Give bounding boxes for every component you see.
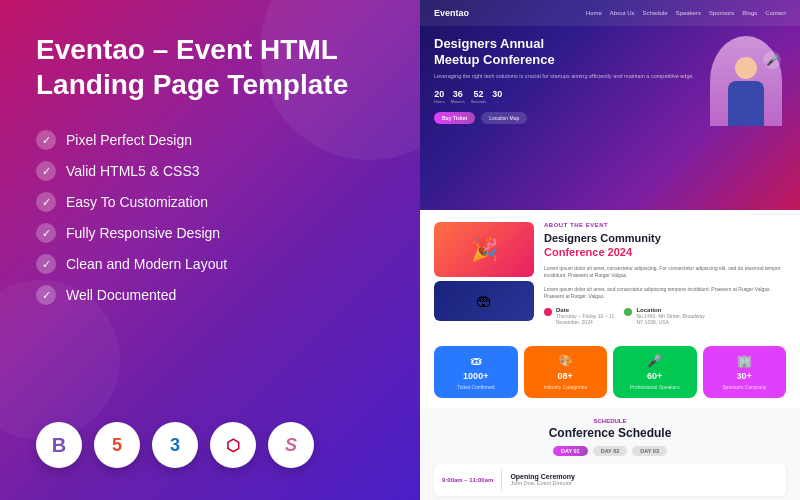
preview-hero-content: Designers Annual Meetup Conference Lever… — [420, 26, 800, 136]
schedule-event-info: Opening Ceremony John Doe, Event Directo… — [510, 473, 778, 486]
stat-label-tickets: Ticket Confirmed — [457, 384, 495, 390]
check-icon: ✓ — [36, 285, 56, 305]
feature-item: ✓ Well Documented — [36, 285, 384, 305]
about-images: 🎉 🏟 — [434, 222, 534, 334]
day-btn-3[interactable]: DAY 03 — [632, 446, 667, 456]
about-img-concert: 🎉 — [434, 222, 534, 277]
schedule-divider — [501, 470, 502, 490]
preview-nav: Eventao Home About Us Schedule Speakers … — [420, 0, 800, 26]
right-panel: Eventao Home About Us Schedule Speakers … — [420, 0, 800, 500]
nav-link-speakers: Speakers — [676, 10, 701, 16]
countdown-minutes: 36 Minutes — [451, 89, 465, 104]
countdown-label-seconds: Seconds — [471, 99, 487, 104]
preview-hero-title: Designers Annual Meetup Conference — [434, 36, 706, 67]
stat-label-sponsors: Sponsors Company — [722, 384, 766, 390]
preview-btn-location: Location Map — [481, 112, 527, 124]
feature-label: Valid HTML5 & CSS3 — [66, 163, 200, 179]
mic-decoration: 🎤 — [763, 51, 781, 69]
nav-link-about: About Us — [610, 10, 635, 16]
stat-sponsors: 🏢 30+ Sponsors Company — [703, 346, 787, 398]
speaker-body — [728, 81, 764, 126]
nav-link-blogs: Blogs — [742, 10, 757, 16]
day-btn-2[interactable]: DAY 02 — [593, 446, 628, 456]
feature-item: ✓ Clean and Modern Layout — [36, 254, 384, 274]
stat-label-categories: Industry Categories — [544, 384, 587, 390]
stat-categories: 🎨 08+ Industry Categories — [524, 346, 608, 398]
feature-label: Clean and Modern Layout — [66, 256, 227, 272]
stat-num-categories: 08+ — [558, 371, 573, 381]
date-desc: Thursday – Friday 10 – 11November, 2024 — [556, 313, 614, 326]
feature-item: ✓ Easy To Customization — [36, 192, 384, 212]
tech-badge-sass: S — [268, 422, 314, 468]
left-panel: Eventao – Event HTML Landing Page Templa… — [0, 0, 420, 500]
preview-logo: Eventao — [434, 8, 469, 18]
nav-link-home: Home — [586, 10, 602, 16]
tech-badge-css3: 3 — [152, 422, 198, 468]
about-title: Designers CommunityConference 2024 — [544, 231, 786, 260]
schedule-event-name: Opening Ceremony — [510, 473, 778, 480]
schedule-speaker: John Doe, Event Director — [510, 480, 778, 486]
check-icon: ✓ — [36, 161, 56, 181]
check-icon: ✓ — [36, 192, 56, 212]
about-info-row: Date Thursday – Friday 10 – 11November, … — [544, 307, 786, 326]
preview-hero-desc: Leveraging the right tech solutions is c… — [434, 73, 706, 81]
stat-label-speakers: Professional Speakers — [630, 384, 680, 390]
preview-container: Eventao Home About Us Schedule Speakers … — [420, 0, 800, 500]
concert-icon: 🎉 — [471, 237, 498, 263]
feature-label: Fully Responsive Design — [66, 225, 220, 241]
sponsors-icon: 🏢 — [737, 354, 752, 368]
speakers-icon: 🎤 — [647, 354, 662, 368]
preview-speaker-circle — [710, 36, 782, 126]
about-content: About The Event Designers CommunityConfe… — [544, 222, 786, 334]
speaker-head — [735, 57, 757, 79]
about-title-year: Conference 2024 — [544, 246, 632, 258]
countdown-extra: 30 ... — [492, 89, 502, 104]
countdown-label-minutes: Minutes — [451, 99, 465, 104]
check-icon: ✓ — [36, 254, 56, 274]
ticket-icon: 🎟 — [470, 354, 482, 368]
schedule-label: Schedule — [434, 418, 786, 424]
countdown-num-hours: 20 — [434, 89, 445, 99]
nav-link-contact: Contact — [765, 10, 786, 16]
tech-icons-row: B53⬡S — [36, 422, 384, 468]
check-icon: ✓ — [36, 223, 56, 243]
nav-link-sponsors: Sponsors — [709, 10, 734, 16]
preview-countdown: 20 Hours 36 Minutes 52 Seconds 30 — [434, 89, 706, 104]
about-label: About The Event — [544, 222, 786, 228]
tech-badge-html5: 5 — [94, 422, 140, 468]
preview-schedule: Schedule Conference Schedule DAY 01 DAY … — [420, 408, 800, 500]
countdown-hours: 20 Hours — [434, 89, 445, 104]
feature-item: ✓ Pixel Perfect Design — [36, 130, 384, 150]
schedule-days: DAY 01 DAY 02 DAY 03 — [434, 446, 786, 456]
about-img-venue: 🏟 — [434, 281, 534, 321]
stats-row: 🎟 1000+ Ticket Confirmed 🎨 08+ Industry … — [420, 346, 800, 408]
stat-tickets: 🎟 1000+ Ticket Confirmed — [434, 346, 518, 398]
location-desc: No.1460, 4th Street, BroadwayNY 1036, US… — [636, 313, 704, 326]
feature-label: Pixel Perfect Design — [66, 132, 192, 148]
about-info-date: Date Thursday – Friday 10 – 11November, … — [544, 307, 614, 326]
countdown-num-minutes: 36 — [451, 89, 465, 99]
page-title: Eventao – Event HTML Landing Page Templa… — [36, 32, 384, 102]
tech-badge-angular: ⬡ — [210, 422, 256, 468]
countdown-label-extra: ... — [492, 99, 502, 104]
stat-num-sponsors: 30+ — [737, 371, 752, 381]
countdown-num-seconds: 52 — [471, 89, 487, 99]
date-info: Date Thursday – Friday 10 – 11November, … — [556, 307, 614, 326]
preview-about: 🎉 🏟 About The Event Designers CommunityC… — [420, 210, 800, 346]
schedule-title: Conference Schedule — [434, 426, 786, 440]
feature-label: Well Documented — [66, 287, 176, 303]
preview-hero-right: 🎤 — [706, 36, 786, 126]
feature-item: ✓ Fully Responsive Design — [36, 223, 384, 243]
nav-link-schedule: Schedule — [643, 10, 668, 16]
stat-speakers: 🎤 60+ Professional Speakers — [613, 346, 697, 398]
about-text-1: Lorem ipsum dolor sit amet, consectetur … — [544, 265, 786, 280]
schedule-time: 9:00am – 11:00am — [442, 477, 493, 483]
feature-label: Easy To Customization — [66, 194, 208, 210]
day-btn-1[interactable]: DAY 01 — [553, 446, 588, 456]
preview-btns: Buy Ticket Location Map — [434, 112, 706, 124]
about-text-2: Lorem ipsum dolor sit amet, and consecte… — [544, 286, 786, 301]
location-info: Location No.1460, 4th Street, BroadwayNY… — [636, 307, 704, 326]
tech-badge-bootstrap: B — [36, 422, 82, 468]
features-list: ✓ Pixel Perfect Design ✓ Valid HTML5 & C… — [36, 130, 384, 305]
category-icon: 🎨 — [558, 354, 573, 368]
